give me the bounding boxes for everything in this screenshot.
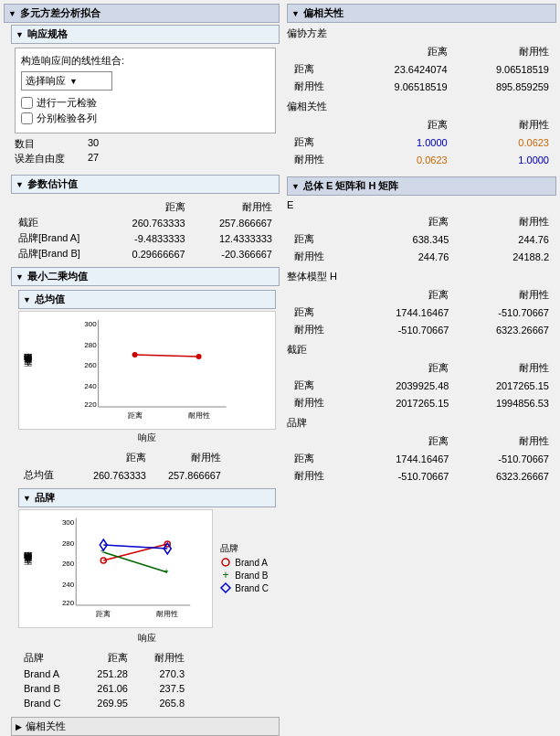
lsm-triangle: ▼ (16, 272, 24, 282)
brand-b-row-v2: 237.5 (133, 682, 188, 695)
right-matrix-header[interactable]: ▼ 总体 E 矩阵和 H 矩阵 (287, 176, 556, 196)
total-mean-v1: 260.763333 (77, 467, 150, 483)
legend-brand-c: Brand C (220, 582, 269, 593)
cov-dur-label: 耐用性 (289, 79, 351, 94)
total-chart-svg: 300 280 260 240 220 距离 耐用性 (35, 315, 271, 425)
collapsed-corr-label: 偏相关性 (26, 720, 66, 733)
brand-row-b: Brand B 261.06 237.5 (20, 682, 188, 695)
svg-text:260: 260 (62, 560, 75, 568)
total-mean-row: 总均值 260.763333 257.866667 (20, 467, 225, 483)
params-header[interactable]: ▼ 参数估计值 (11, 175, 280, 194)
corr-row-dur: 耐用性 0.0623 1.0000 (289, 152, 555, 167)
check1-row: 进行一元检验 (21, 96, 269, 110)
total-mean-v2: 257.866667 (152, 467, 225, 483)
brand-data-table: 品牌 距离 耐用性 Brand A 251.28 270.3 Brand B 2… (18, 648, 190, 711)
response-spec-header[interactable]: ▼ 响应规格 (11, 25, 280, 44)
svg-text:260: 260 (84, 361, 97, 369)
params-col-dist: 距离 (101, 199, 188, 215)
svg-text:+: + (164, 567, 168, 576)
H-row-dist: 距离 1744.16467 -510.70667 (289, 304, 555, 320)
response-spec-box: 构造响应间的线性组合: 选择响应 ▼ 进行一元检验 分别检验各列 (15, 48, 276, 133)
svg-point-30 (222, 559, 229, 566)
intercept-table: 距离 耐用性 距离 2039925.48 2017265.15 耐用性 2017… (287, 358, 556, 412)
intercept-matrix-row-dist: 距离 2039925.48 2017265.15 (289, 378, 555, 393)
total-mean-label: 总均值 (35, 293, 65, 306)
brand-chart-svg: 300 280 260 240 220 距离 耐用性 (35, 514, 209, 624)
svg-marker-32 (221, 583, 230, 592)
cov-row-dur: 耐用性 9.06518519 895.859259 (289, 79, 555, 94)
select-response-dropdown[interactable]: 选择响应 ▼ (21, 71, 112, 91)
check1-checkbox[interactable] (21, 97, 33, 109)
legend-brand-c-label: Brand C (235, 583, 269, 593)
cov-dur-v2: 895.859259 (455, 79, 555, 94)
total-col-dist: 距离 (77, 450, 150, 465)
corr-dist-v1: 1.0000 (353, 134, 452, 150)
right-corr-label: 偏相关性 (303, 6, 343, 20)
svg-text:220: 220 (84, 400, 97, 409)
right-corr-triangle: ▼ (291, 9, 300, 18)
spec-label: 构造响应间的线性组合: (21, 54, 269, 68)
info-row-count: 数目 30 (15, 137, 276, 151)
check2-checkbox[interactable] (21, 112, 33, 124)
svg-text:300: 300 (84, 320, 97, 328)
E-row-dist: 距离 638.345 244.76 (289, 231, 555, 247)
lsm-header-label: 最小二乘均值 (27, 270, 88, 283)
brand-row-a: Brand A 251.28 270.3 (20, 667, 188, 680)
cov-col-dur: 耐用性 (455, 44, 555, 59)
params-table: 距离 耐用性 截距 260.763333 257.866667 品牌[Brand… (15, 199, 276, 261)
count-label: 数目 (15, 137, 88, 151)
legend-brand-b: + Brand B (220, 570, 269, 581)
brand-b-v2: -20.366667 (189, 246, 276, 261)
info-row-dof: 误差自由度 27 (15, 152, 276, 165)
brand-matrix-row-dist: 距离 1744.16467 -510.70667 (289, 451, 555, 466)
svg-point-10 (132, 352, 137, 357)
brand-table-col-dist: 距离 (77, 650, 132, 666)
cov-dist-v2: 9.06518519 (455, 61, 555, 77)
svg-text:耐用性: 耐用性 (187, 411, 209, 420)
resp-header-label: 响应规格 (27, 27, 68, 41)
corr-dist-label: 距离 (289, 134, 351, 150)
E-col-dur: 耐用性 (456, 214, 555, 229)
params-triangle: ▼ (16, 180, 24, 189)
corr-sub-label: 偏相关性 (287, 100, 556, 113)
total-col-dur: 耐用性 (152, 450, 225, 465)
E-col-dist: 距离 (356, 214, 455, 229)
legend-brand-a-label: Brand A (235, 558, 268, 568)
svg-text:220: 220 (62, 599, 75, 607)
brand-table-col-dur: 耐用性 (133, 650, 188, 666)
check1-label: 进行一元检验 (37, 96, 97, 110)
brand-triangle: ▼ (23, 494, 31, 503)
brand-a-v2: 12.4333333 (189, 230, 276, 246)
brand-chart-y-label: 距离 响应 的最小二乘估计 (23, 514, 33, 624)
brand-lsm-header[interactable]: ▼ 品牌 (18, 488, 276, 507)
right-matrix-triangle: ▼ (291, 182, 300, 191)
cov-col-dist: 距离 (353, 44, 452, 59)
corr-dur-v1: 0.0623 (353, 152, 452, 167)
collapsed-corr-header[interactable]: ▶ 偏相关性 (11, 717, 280, 736)
svg-text:距离: 距离 (127, 411, 142, 420)
brand-b-row-v1: 261.06 (77, 682, 132, 695)
E-table: 距离 耐用性 距离 638.345 244.76 耐用性 244.76 2418… (287, 212, 556, 266)
corr-dist-v2: 0.0623 (455, 134, 555, 150)
total-mean-header[interactable]: ▼ 总均值 (18, 290, 276, 309)
lsm-header[interactable]: ▼ 最小二乘均值 (11, 267, 280, 286)
cov-row-dist: 距离 23.6424074 9.06518519 (289, 61, 555, 77)
right-corr-header[interactable]: ▼ 偏相关性 (287, 4, 556, 23)
cov-table: 距离 耐用性 距离 23.6424074 9.06518519 耐用性 9.06… (287, 42, 556, 96)
info-table: 数目 30 误差自由度 27 (15, 137, 276, 165)
svg-text:280: 280 (84, 341, 97, 349)
legend-brand-a: Brand A (220, 557, 269, 568)
corr-table: 距离 耐用性 距离 1.0000 0.0623 耐用性 0.0623 1.000… (287, 115, 556, 169)
total-chart-y-label: 距离 响应 的最小二乘估计 (23, 315, 33, 425)
brand-a-row-label: Brand A (20, 667, 75, 680)
param-row-brand-b: 品牌[Brand B] 0.29666667 -20.366667 (15, 246, 276, 261)
brand-a-label: 品牌[Brand A] (15, 230, 101, 246)
svg-text:240: 240 (62, 581, 75, 589)
collapse-triangle: ▼ (8, 9, 16, 18)
intercept-v1: 260.763333 (101, 215, 188, 230)
E-row-dur: 耐用性 244.76 24188.2 (289, 249, 555, 264)
main-title[interactable]: ▼ 多元方差分析拟合 (4, 4, 280, 23)
brand-matrix-label: 品牌 (287, 416, 556, 430)
brand-chart-x-label: 响应 (18, 632, 276, 645)
check2-label: 分别检验各列 (37, 112, 97, 125)
